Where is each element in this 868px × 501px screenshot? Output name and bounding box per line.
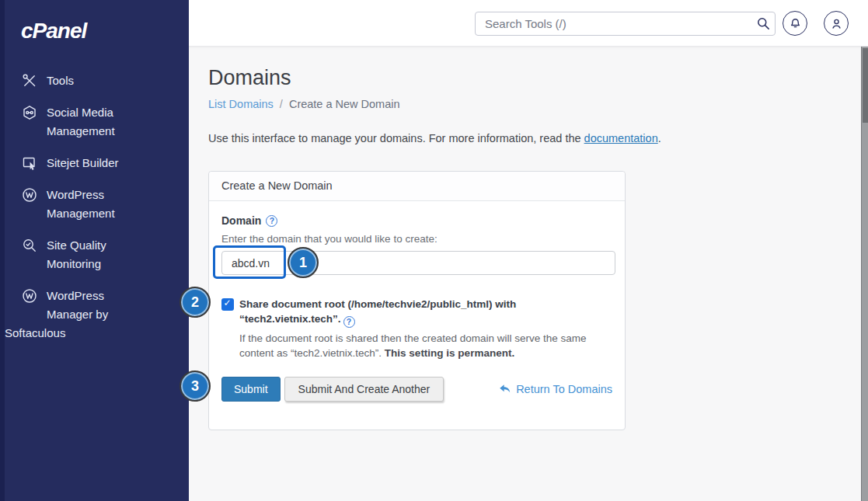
breadcrumb: List Domains / Create a New Domain	[208, 98, 861, 110]
wordpress-icon	[22, 288, 37, 304]
sidebar-item-label: WordPress Manager by Softaculous	[47, 287, 146, 343]
breadcrumb-current: Create a New Domain	[289, 98, 400, 110]
button-row: Submit Submit And Create Another Return …	[221, 377, 612, 402]
tools-icon	[22, 73, 37, 89]
cpanel-app: cPanel Tools Social Media Management Sit…	[0, 0, 868, 501]
submit-button[interactable]: Submit	[221, 377, 281, 402]
notifications-button[interactable]	[783, 11, 807, 36]
share-docroot-row: Share document root (/home/techvie2/publ…	[221, 297, 612, 328]
sidebar-item-tools[interactable]: Tools	[0, 71, 189, 90]
page-title: Domains	[208, 65, 861, 90]
sidebar-item-label: WordPress Management	[47, 186, 146, 223]
sidebar: cPanel Tools Social Media Management Sit…	[0, 0, 189, 501]
sidebar-item-sitejet-builder[interactable]: Sitejet Builder	[0, 154, 189, 172]
scrollbar-thumb[interactable]	[863, 48, 868, 123]
sidebar-left-strip	[0, 0, 5, 501]
domain-label-text: Domain	[221, 214, 261, 228]
domain-field-label: Domain ?	[221, 214, 612, 228]
submit-and-create-another-button[interactable]: Submit And Create Another	[284, 377, 444, 402]
sidebar-item-label: Site Quality Monitoring	[47, 236, 146, 273]
share-help-icon[interactable]: ?	[343, 316, 355, 328]
return-to-domains-link[interactable]: Return To Domains	[498, 382, 612, 396]
topbar	[189, 0, 868, 47]
sidebar-item-wordpress-management[interactable]: WordPress Management	[0, 186, 189, 223]
sidebar-item-label: Tools	[47, 71, 146, 90]
share-docroot-checkbox[interactable]	[221, 298, 234, 311]
sidebar-nav: Tools Social Media Management Sitejet Bu…	[0, 71, 189, 343]
share-docroot-note: If the document root is shared then the …	[239, 331, 607, 360]
page-description-suffix: .	[658, 132, 661, 144]
domain-input[interactable]	[221, 251, 615, 275]
documentation-link[interactable]: documentation	[584, 132, 658, 144]
sidebar-item-site-quality-monitoring[interactable]: Site Quality Monitoring	[0, 236, 189, 273]
sidebar-item-wordpress-manager-softaculous[interactable]: WordPress Manager by Softaculous	[0, 287, 189, 343]
domain-hint: Enter the domain that you would like to …	[221, 232, 612, 246]
page-description-text: Use this interface to manage your domain…	[208, 132, 581, 144]
card-title: Create a New Domain	[209, 172, 625, 201]
search-icon[interactable]	[751, 12, 775, 35]
sidebar-item-label: Sitejet Builder	[47, 154, 146, 172]
social-media-icon	[22, 105, 37, 120]
sitejet-builder-icon	[22, 155, 37, 171]
search-input[interactable]	[476, 17, 751, 30]
card-body: Domain ? Enter the domain that you would…	[209, 201, 625, 430]
reply-arrow-icon	[498, 382, 512, 396]
main-content: Domains List Domains / Create a New Doma…	[189, 47, 861, 501]
cpanel-logo[interactable]: cPanel	[21, 19, 189, 43]
page-description: Use this interface to manage your domain…	[208, 132, 861, 145]
share-note-permanent: This setting is permanent.	[385, 347, 514, 359]
sidebar-item-label: Social Media Management	[47, 103, 146, 141]
wordpress-icon	[22, 187, 37, 203]
page-scrollbar[interactable]	[861, 47, 868, 501]
account-button[interactable]	[824, 11, 849, 36]
search-box	[475, 12, 776, 36]
create-domain-card: Create a New Domain Domain ? Enter the d…	[208, 171, 626, 430]
sidebar-item-social-media-management[interactable]: Social Media Management	[0, 103, 189, 141]
share-docroot-label: Share document root (/home/techvie2/publ…	[239, 297, 549, 328]
site-quality-icon	[22, 238, 37, 253]
breadcrumb-list-domains-link[interactable]: List Domains	[208, 98, 274, 110]
bell-icon	[789, 17, 802, 30]
breadcrumb-separator: /	[280, 98, 283, 110]
domain-help-icon[interactable]: ?	[266, 215, 277, 227]
person-icon	[830, 17, 843, 30]
